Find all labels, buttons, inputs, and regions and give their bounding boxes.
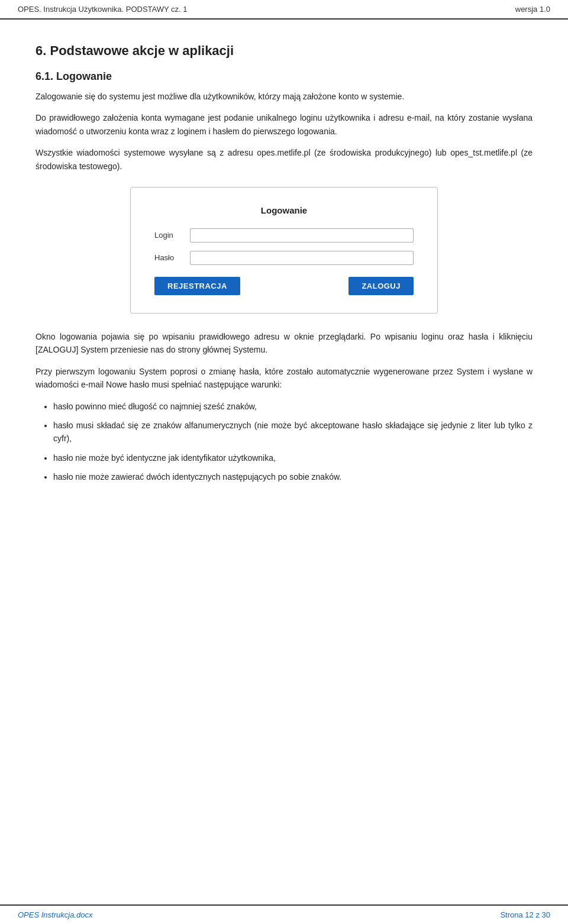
login-input[interactable]	[190, 228, 414, 243]
section-number: 6.	[36, 43, 46, 58]
list-item: hasło nie może zawierać dwóch identyczny…	[53, 470, 532, 483]
bullet-list: hasło powinno mieć długość co najmniej s…	[53, 400, 532, 484]
paragraph-4: Okno logowania pojawia się po wpisaniu p…	[36, 330, 532, 357]
header-right-text: wersja 1.0	[515, 5, 550, 14]
haslo-input[interactable]	[190, 251, 414, 265]
login-field-row: Login	[154, 228, 414, 243]
zaloguj-button[interactable]: ZALOGUJ	[348, 277, 414, 295]
login-box-title: Logowanie	[154, 205, 414, 215]
page-footer: OPES Instrukcja.docx Strona 12 z 30	[0, 904, 568, 924]
page-content: 6. Podstawowe akcje w aplikacji 6.1. Log…	[0, 20, 568, 525]
list-item: hasło nie może być identyczne jak identy…	[53, 451, 532, 464]
login-box: Logowanie Login Hasło REJESTRACJA ZALOGU…	[130, 187, 438, 314]
paragraph-3: Wszystkie wiadomości systemowe wysyłane …	[36, 146, 532, 173]
paragraph-2: Do prawidłowego założenia konta wymagane…	[36, 111, 532, 138]
paragraph-1: Zalogowanie się do systemu jest możliwe …	[36, 90, 532, 103]
list-item: hasło musi składać się ze znaków alfanum…	[53, 419, 532, 445]
haslo-field-row: Hasło	[154, 251, 414, 265]
list-item: hasło powinno mieć długość co najmniej s…	[53, 400, 532, 413]
section-title: 6. Podstawowe akcje w aplikacji	[36, 43, 532, 59]
subsection-title-text: Logowanie	[56, 70, 112, 82]
subsection-title: 6.1. Logowanie	[36, 70, 532, 83]
footer-right-text: Strona 12 z 30	[500, 910, 550, 919]
section-title-text: Podstawowe akcje w aplikacji	[50, 43, 234, 58]
header-left-text: OPES. Instrukcja Użytkownika. PODSTAWY c…	[18, 5, 188, 14]
paragraph-5: Przy pierwszym logowaniu System poprosi …	[36, 365, 532, 392]
page-header: OPES. Instrukcja Użytkownika. PODSTAWY c…	[0, 0, 568, 20]
footer-left-text: OPES Instrukcja.docx	[18, 910, 92, 919]
subsection-number: 6.1.	[36, 70, 53, 82]
rejestracja-button[interactable]: REJESTRACJA	[154, 277, 240, 295]
login-label: Login	[154, 231, 190, 240]
haslo-label: Hasło	[154, 253, 190, 262]
login-buttons-row: REJESTRACJA ZALOGUJ	[154, 277, 414, 295]
